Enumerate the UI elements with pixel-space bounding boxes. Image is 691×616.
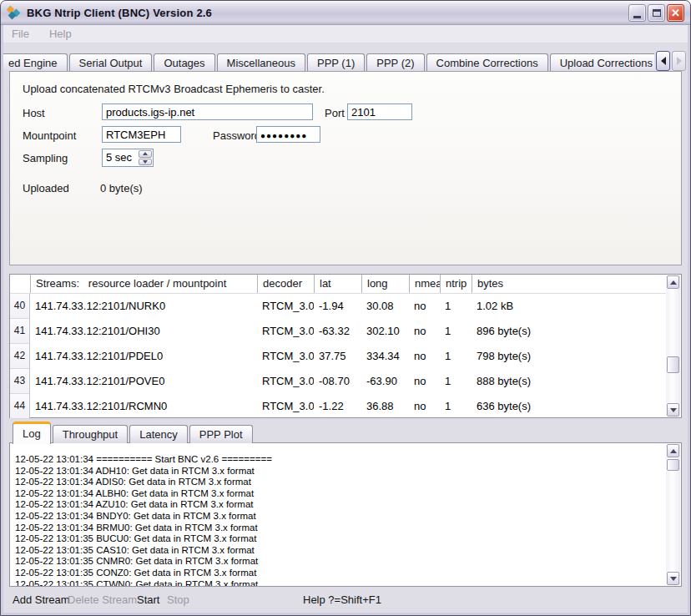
menu-item[interactable]: Help <box>49 28 72 40</box>
bnc-logo-icon <box>7 5 22 20</box>
column-header[interactable]: Streams: resource loader / mountpoint <box>30 275 257 293</box>
sampling-value: 5 sec <box>106 151 132 164</box>
host-label: Host <box>23 107 45 119</box>
main-tab[interactable]: PPP (1) <box>307 53 365 72</box>
column-header[interactable]: decoder <box>257 275 314 293</box>
title-bar[interactable]: BKG Ntrip Client (BNC) Version 2.6 ✕ <box>1 1 690 25</box>
stream-bytes: 1.02 kB <box>472 294 667 319</box>
tab-scroll-right-button[interactable] <box>672 51 686 71</box>
row-number: 41 <box>10 319 30 344</box>
streams-scrollbar[interactable] <box>666 275 680 417</box>
stream-source: 141.74.33.12:2101/NURK0 <box>30 294 257 319</box>
stream-nmea: no <box>409 319 440 344</box>
stream-nmea: no <box>409 369 440 394</box>
menu-item[interactable]: File <box>12 28 29 40</box>
column-header[interactable]: lat <box>314 275 361 293</box>
bottom-tab[interactable]: Latency <box>129 425 188 443</box>
spin-down-button[interactable] <box>139 159 152 166</box>
column-header[interactable]: long <box>361 275 409 293</box>
tab-scroll-right-icon <box>677 57 682 65</box>
scrollbar-thumb[interactable] <box>667 356 679 373</box>
column-header[interactable]: bytes <box>472 275 667 293</box>
log-line: 12-05-22 13:01:34 AZU10: Get data in RTC… <box>15 499 664 511</box>
add-stream-button[interactable]: Add Stream <box>13 587 70 613</box>
minimize-button[interactable] <box>628 4 646 22</box>
log-line: 12-05-22 13:01:34 ========== Start BNC v… <box>15 454 664 466</box>
main-tab[interactable]: PPP (2) <box>366 53 424 72</box>
stream-bytes: 896 byte(s) <box>472 319 667 344</box>
column-header[interactable]: ntrip <box>440 275 472 293</box>
stream-ntrip: 1 <box>440 294 472 319</box>
main-tab[interactable]: Upload Corrections <box>550 53 654 72</box>
stream-decoder: RTCM_3.0 <box>257 294 314 319</box>
stream-ntrip: 1 <box>440 319 472 344</box>
password-input[interactable] <box>256 126 320 143</box>
stream-decoder: RTCM_3.0 <box>257 369 314 394</box>
table-row[interactable]: 41 141.74.33.12:2101/OHI30 RTCM_3.0 -63.… <box>10 319 667 344</box>
scroll-up-button[interactable] <box>667 444 679 457</box>
port-input[interactable] <box>347 104 412 120</box>
stream-source: 141.74.33.12:2101/OHI30 <box>30 319 257 344</box>
bottom-tab[interactable]: Throughput <box>53 425 129 443</box>
stream-bytes: 798 byte(s) <box>472 344 667 369</box>
stream-lat: -1.94 <box>314 294 361 319</box>
close-button[interactable]: ✕ <box>667 4 684 22</box>
sampling-label: Sampling <box>23 152 68 164</box>
table-row[interactable]: 44 141.74.33.12:2101/RCMN0 RTCM_3.0 -1.2… <box>10 394 667 419</box>
bottom-tab[interactable]: Log <box>13 422 51 444</box>
tab-scroll-left-button[interactable] <box>656 51 670 71</box>
stream-ntrip: 1 <box>440 344 472 369</box>
minimize-icon <box>633 16 641 18</box>
action-bar: Add Stream Delete Stream Start Stop Help… <box>1 587 690 614</box>
scroll-down-button[interactable] <box>667 572 679 585</box>
main-tab[interactable]: Combine Corrections <box>426 53 548 72</box>
start-button[interactable]: Start <box>137 587 159 613</box>
stream-ntrip: 1 <box>440 394 472 419</box>
log-line: 12-05-22 13:01:34 ADH10: Get data in RTC… <box>15 466 664 477</box>
uploaded-value: 0 byte(s) <box>100 182 143 194</box>
window-title: BKG Ntrip Client (BNC) Version 2.6 <box>27 7 212 19</box>
scrollbar-thumb[interactable] <box>667 459 679 471</box>
window-controls: ✕ <box>628 4 684 22</box>
maximize-button[interactable] <box>648 4 665 22</box>
spin-up-button[interactable] <box>139 150 152 158</box>
column-header[interactable] <box>10 275 30 293</box>
table-row[interactable]: 40 141.74.33.12:2101/NURK0 RTCM_3.0 -1.9… <box>10 294 667 319</box>
streams-table-header: Streams: resource loader / mountpointdec… <box>10 275 667 294</box>
table-row[interactable]: 43 141.74.33.12:2101/POVE0 RTCM_3.0 -08.… <box>10 369 667 394</box>
main-tab[interactable]: ed Engine <box>3 53 68 72</box>
host-input[interactable] <box>102 104 313 120</box>
sampling-spin-buttons <box>139 150 152 165</box>
scroll-up-button[interactable] <box>667 275 679 289</box>
delete-stream-button[interactable]: Delete Stream <box>68 587 137 613</box>
log-line: 12-05-22 13:01:34 ADIS0: Get data in RTC… <box>15 477 664 488</box>
main-tab[interactable]: Miscellaneous <box>217 53 305 72</box>
log-line: 12-05-22 13:01:35 CTWN0: Get data in RTC… <box>15 579 664 586</box>
log-line: 12-05-22 13:01:35 CNMR0: Get data in RTC… <box>15 556 664 568</box>
sampling-stepper[interactable]: 5 sec <box>102 149 154 167</box>
mountpoint-input[interactable] <box>102 126 181 143</box>
row-number: 42 <box>10 344 30 369</box>
table-row[interactable]: 42 141.74.33.12:2101/PDEL0 RTCM_3.0 37.7… <box>10 344 667 369</box>
log-scrollbar[interactable] <box>666 444 680 585</box>
main-tab[interactable]: Serial Output <box>69 53 153 72</box>
log-line: 12-05-22 13:01:34 BNDY0: Get data in RTC… <box>15 511 664 523</box>
stop-button[interactable]: Stop <box>167 587 189 613</box>
column-header[interactable]: nmea <box>409 275 440 293</box>
stream-ntrip: 1 <box>440 369 472 394</box>
main-tab[interactable]: Outages <box>154 53 214 72</box>
scroll-up-icon <box>670 449 677 453</box>
log-line: 12-05-22 13:01:34 BRMU0: Get data in RTC… <box>15 523 664 534</box>
help-shortcut-label: Help ?=Shift+F1 <box>303 587 381 613</box>
bottom-tab[interactable]: PPP Plot <box>189 425 253 443</box>
log-line: 12-05-22 13:01:34 ALBH0: Get data in RTC… <box>15 488 664 500</box>
password-label: Password <box>213 129 260 142</box>
scroll-down-button[interactable] <box>667 403 679 417</box>
stream-long: 302.10 <box>361 319 409 344</box>
spin-up-icon <box>143 152 148 155</box>
tab-scroll-left-icon <box>661 57 666 65</box>
stream-nmea: no <box>409 344 440 369</box>
app-window: BKG Ntrip Client (BNC) Version 2.6 ✕ Fil… <box>0 0 691 616</box>
stream-lat: -63.32 <box>314 319 361 344</box>
uploaded-label: Uploaded <box>23 182 69 194</box>
